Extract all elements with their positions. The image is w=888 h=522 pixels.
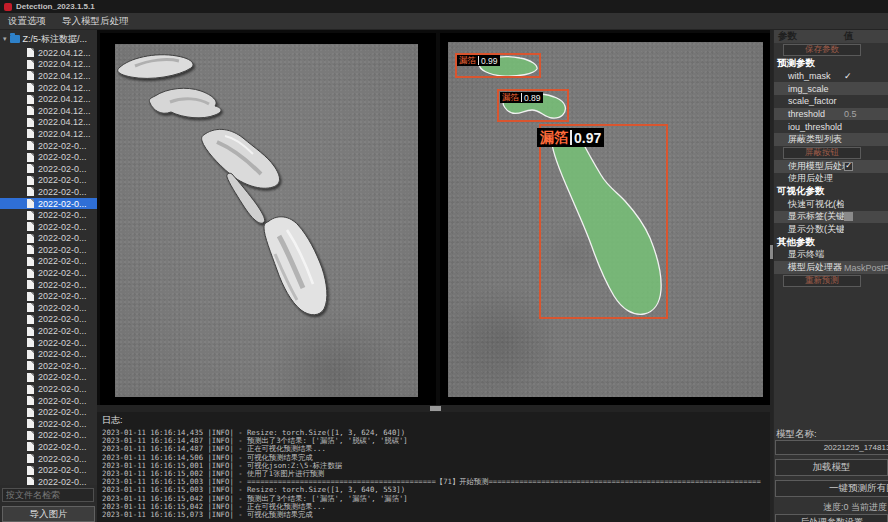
tree-item[interactable]: 2022-02-0... [0, 302, 97, 314]
param-checkbox[interactable]: ✓ [844, 162, 853, 171]
param-checkbox[interactable] [844, 212, 853, 221]
tree-item-label: 2022-02-0... [38, 222, 87, 232]
tree-item[interactable]: 2022-02-0... [0, 476, 97, 485]
tree-item[interactable]: 2022-02-0... [0, 464, 97, 476]
param-button[interactable]: 屏蔽按钮 [783, 147, 861, 159]
tree-item[interactable]: 2022-02-0... [0, 383, 97, 395]
param-button[interactable]: 重新预测 [783, 275, 861, 287]
search-input[interactable] [2, 488, 94, 502]
tree-item[interactable]: 2022-02-0... [0, 256, 97, 268]
tree-item[interactable]: 2022-02-0... [0, 267, 97, 279]
tree-item[interactable]: 2022-02-0... [0, 244, 97, 256]
param-row[interactable]: threshold0.5 [774, 108, 888, 121]
param-row[interactable]: iou_threshold [774, 120, 888, 133]
param-row[interactable]: 模型后处理器MaskPostPro [774, 261, 888, 274]
tree-item[interactable]: 2022.04.12... [0, 105, 97, 117]
tree-item-label: 2022-02-0... [38, 442, 87, 452]
tree-item[interactable]: 2022-02-0... [0, 198, 97, 210]
file-icon [27, 129, 34, 138]
param-button[interactable]: 保存参数 [783, 44, 861, 56]
param-button-row: 保存参数 [774, 43, 888, 57]
tree-item[interactable]: 2022.04.12... [0, 93, 97, 105]
tree-item[interactable]: 2022-02-0... [0, 325, 97, 337]
tree-item-label: 2022-02-0... [38, 303, 87, 313]
param-row[interactable]: 屏蔽类型列表 [774, 133, 888, 146]
file-icon [27, 234, 34, 243]
param-label: iou_threshold [774, 122, 844, 132]
param-value: ✓ [844, 71, 852, 81]
param-row[interactable]: 使用模型后处理✓ [774, 160, 888, 173]
tree-item[interactable]: 2022-02-0... [0, 337, 97, 349]
tree-item[interactable]: 2022-02-0... [0, 163, 97, 175]
tree-item-label: 2022-02-0... [38, 314, 87, 324]
param-section-row: 可视化参数 [774, 185, 888, 198]
log-panel[interactable]: 日志: 2023-01-11 16:16:14,435 |INFO| - Res… [97, 412, 770, 522]
import-image-button[interactable]: 导入图片 [2, 506, 95, 522]
postprocess-params-button[interactable]: 后处理参数设置 [775, 514, 888, 522]
tree-item-label: 2022.04.12... [38, 106, 91, 116]
tree-item[interactable]: 2022-02-0... [0, 395, 97, 407]
scrollbar-thumb[interactable] [430, 406, 441, 411]
tree-item[interactable]: 2022-02-0... [0, 279, 97, 291]
file-icon [27, 303, 34, 312]
original-image-view[interactable] [115, 44, 418, 397]
detection-label: 漏箔0.97 [537, 128, 604, 147]
param-row[interactable]: img_scale [774, 82, 888, 95]
param-value: 0.5 [844, 109, 857, 119]
tree-item[interactable]: 2022-02-0... [0, 290, 97, 302]
param-row[interactable]: 使用后处理 [774, 173, 888, 186]
chevron-down-icon[interactable]: ▾ [3, 35, 7, 43]
menu-import-postprocess[interactable]: 导入模型后处理 [62, 15, 129, 28]
tree-item[interactable]: 2022-02-0... [0, 418, 97, 430]
tree-item[interactable]: 2022-02-0... [0, 233, 97, 245]
tree-item[interactable]: 2022-02-0... [0, 441, 97, 453]
param-row[interactable]: 显示终端 [774, 249, 888, 262]
detection-score-text: 0.99 [481, 56, 498, 66]
tree-item[interactable]: 2022-02-0... [0, 151, 97, 163]
tree-item[interactable]: 2022.04.12... [0, 59, 97, 71]
tree-item[interactable]: 2022-02-0... [0, 360, 97, 372]
param-row[interactable]: with_mask✓ [774, 70, 888, 83]
tree-item[interactable]: 2022.04.12... [0, 82, 97, 94]
param-row[interactable]: scale_factor [774, 95, 888, 108]
tree-item[interactable]: 2022-02-0... [0, 430, 97, 442]
file-icon [27, 222, 34, 231]
tree-item[interactable]: 2022.04.12... [0, 70, 97, 82]
prediction-image-view[interactable]: 漏箔0.99漏箔0.89漏箔0.97 [448, 42, 763, 397]
file-icon [27, 199, 34, 208]
horizontal-scrollbar[interactable] [97, 405, 770, 412]
file-icon [27, 315, 34, 324]
tree-item[interactable]: 2022.04.12... [0, 47, 97, 59]
load-model-button[interactable]: 加载模型 [775, 459, 888, 476]
file-icon [27, 48, 34, 57]
param-row[interactable]: 显示分数(关键点) [774, 223, 888, 236]
tree-item[interactable]: 2022-02-0... [0, 348, 97, 360]
tree-item-label: 2022-02-0... [38, 175, 87, 185]
tree-item[interactable]: 2022-02-0... [0, 209, 97, 221]
tree-item[interactable]: 2022-02-0... [0, 175, 97, 187]
label-score-divider [570, 130, 572, 144]
tree-item[interactable]: 2022-02-0... [0, 221, 97, 233]
file-icon [27, 280, 34, 289]
tree-item[interactable]: 2022-02-0... [0, 314, 97, 326]
tree-item[interactable]: 2022.04.12... [0, 117, 97, 129]
file-icon [27, 164, 34, 173]
menu-settings[interactable]: 设置选项 [8, 15, 46, 28]
tree-root[interactable]: ▾ Z:/5-标注数据/... [0, 32, 97, 46]
tree-item[interactable]: 2022-02-0... [0, 372, 97, 384]
param-row[interactable]: 快速可视化(检测) [774, 198, 888, 211]
file-icon [27, 269, 34, 278]
tree-item[interactable]: 2022-02-0... [0, 453, 97, 465]
tree-item[interactable]: 2022-02-0... [0, 140, 97, 152]
model-name-button[interactable]: 20221225_174813 [775, 440, 888, 455]
tree-item[interactable]: 2022-02-0... [0, 186, 97, 198]
param-label: 使用模型后处理 [774, 160, 844, 173]
predict-all-button[interactable]: 一键预测所有图片 [775, 480, 888, 497]
tree-item-label: 2022-02-0... [38, 141, 87, 151]
param-row[interactable]: 显示标签(关键点) [774, 211, 888, 224]
file-icon [27, 257, 34, 266]
tree-item[interactable]: 2022.04.12... [0, 128, 97, 140]
tree-item-label: 2022-02-0... [38, 372, 87, 382]
tree-item[interactable]: 2022-02-0... [0, 406, 97, 418]
file-icon [27, 153, 34, 162]
